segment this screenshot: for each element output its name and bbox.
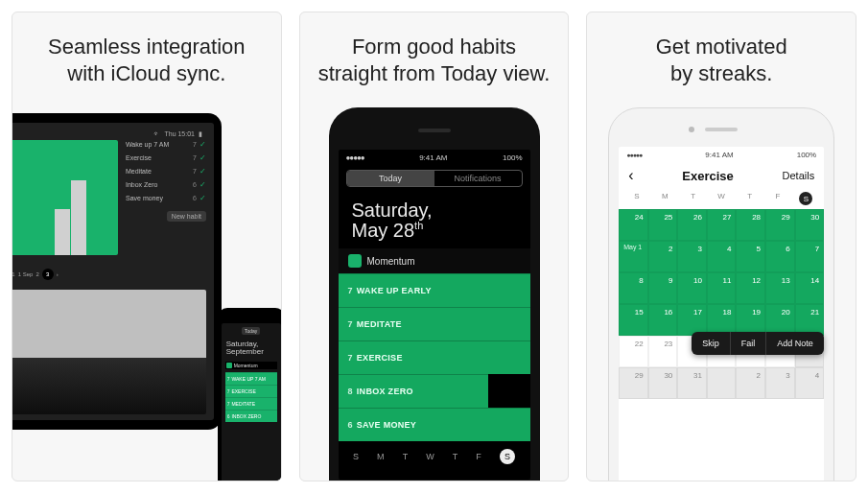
back-button[interactable]: ‹ <box>628 167 633 184</box>
habit-widget-item[interactable]: 7MEDITATE <box>339 307 530 340</box>
battery-label: 100% <box>503 153 522 162</box>
check-icon: ✓ <box>199 194 206 202</box>
calendar-cell[interactable]: 13 <box>765 272 795 304</box>
calendar-cell[interactable]: 12 <box>736 272 765 304</box>
date-scrubber[interactable]: 31 1 Sep 2 3 › <box>12 265 206 284</box>
habit-widget-item[interactable]: 7EXERCISE <box>225 385 277 397</box>
calendar-cell[interactable]: 10 <box>677 272 707 304</box>
calendar-cell[interactable]: 25 <box>648 209 678 241</box>
calendar-cell[interactable]: 8 <box>619 272 648 304</box>
habit-row[interactable]: Save money6✓ <box>126 194 206 202</box>
habit-widget-item[interactable]: 6SAVE MONEY <box>339 408 530 441</box>
check-icon: ✓ <box>199 167 206 176</box>
showcase-card-today: Form good habits straight from Today vie… <box>299 12 570 481</box>
headline-line2: by streaks. <box>670 61 772 85</box>
habit-widget-item[interactable]: 8INBOX ZERO <box>339 374 530 408</box>
calendar-cell[interactable]: 24 <box>619 209 648 241</box>
calendar-cell[interactable]: 30 <box>648 367 678 399</box>
headline: Seamless integration with iCloud sync. <box>12 12 281 102</box>
habit-widget-item[interactable]: 7EXERCISE <box>339 340 530 374</box>
battery-label: 100% <box>797 151 816 159</box>
calendar-cell[interactable]: 23 <box>648 336 678 367</box>
calendar-cell[interactable]: 4 <box>795 367 825 399</box>
signal-icon <box>626 151 642 159</box>
headline-line1: Get motivated <box>656 35 787 59</box>
signal-icon <box>346 153 364 162</box>
calendar-cell[interactable]: 3 <box>677 241 707 272</box>
iphone-device-white: 9:41 AM 100% ‹ Exercise Details SMTWTF S… <box>608 107 834 481</box>
tab-notifications[interactable]: Notifications <box>434 171 522 186</box>
calendar-cell[interactable]: 16 <box>648 304 678 336</box>
habit-widget-item[interactable]: 7WAKE UP EARLY <box>339 273 530 307</box>
calendar-cell[interactable]: 26 <box>677 209 707 241</box>
habit-widget-item[interactable]: 7MEDITATE <box>225 397 277 410</box>
calendar-cell[interactable]: 31 <box>677 367 707 399</box>
calendar-cell[interactable]: 30 <box>795 209 825 241</box>
calendar-cell[interactable]: 22 <box>619 336 648 367</box>
chevron-right-icon[interactable]: › <box>57 271 59 277</box>
segmented-control[interactable]: Today Notifications <box>346 170 523 187</box>
habit-list: Wake up 7 AM7✓ Exercise7✓ Meditate7✓ Inb… <box>126 140 206 265</box>
streak-bar-chart <box>12 140 118 255</box>
calendar-cell[interactable]: 29 <box>765 209 795 241</box>
calendar-cell[interactable]: 4 <box>707 241 737 272</box>
calendar-cell[interactable]: 28 <box>736 209 765 241</box>
weekday-header: SMTWTF S <box>619 188 824 209</box>
nav-bar: ‹ Exercise Details <box>619 163 824 188</box>
habit-widget-item[interactable]: 7WAKE UP 7 AM <box>225 372 277 385</box>
habit-widget-item[interactable]: 6INBOX ZERO <box>225 410 277 422</box>
habit-row[interactable]: Exercise7✓ <box>126 153 206 162</box>
calendar-cell[interactable]: 7 <box>795 241 825 272</box>
headline-line2: straight from Today view. <box>318 61 551 85</box>
headline: Get motivated by streaks. <box>587 12 856 102</box>
background-photo <box>12 290 206 414</box>
battery-icon: ▮ <box>199 130 202 138</box>
status-time: Thu 15:01 <box>164 130 195 138</box>
new-habit-button[interactable]: New habit <box>167 211 206 222</box>
headline: Form good habits straight from Today vie… <box>300 12 569 102</box>
calendar-cell[interactable]: 27 <box>707 209 737 241</box>
headline-line1: Seamless integration <box>48 35 245 59</box>
calendar-cell[interactable] <box>707 367 737 399</box>
current-weekday: S <box>799 192 812 205</box>
app-icon <box>348 254 362 268</box>
today-tab[interactable]: Today <box>242 327 260 335</box>
widget-date: Saturday,September <box>225 338 277 359</box>
page-title: Exercise <box>682 169 734 183</box>
calendar-cell[interactable]: 5 <box>736 241 765 272</box>
skip-button[interactable]: Skip <box>692 332 730 355</box>
calendar-cell[interactable]: 11 <box>707 272 737 304</box>
calendar-cell[interactable]: 3 <box>765 367 795 399</box>
iphone-device-small: Today Saturday,September Momentum 7WAKE … <box>218 308 282 481</box>
add-note-button[interactable]: Add Note <box>765 332 824 355</box>
calendar-cell[interactable]: 6 <box>765 241 795 272</box>
calendar[interactable]: May 1 24252627282930 234567 891011121314… <box>619 209 824 481</box>
details-button[interactable]: Details <box>783 170 815 181</box>
widget-date: Saturday, May 28th <box>339 191 530 248</box>
current-day-marker: S <box>500 449 515 464</box>
calendar-cell[interactable]: 15 <box>619 304 648 336</box>
calendar-cell[interactable]: 29 <box>619 367 648 399</box>
widget-app-header: Momentum <box>339 248 530 273</box>
check-icon: ✓ <box>199 140 206 149</box>
selected-date: 3 <box>42 269 54 280</box>
tab-today[interactable]: Today <box>347 171 434 186</box>
wifi-icon: ᯤ <box>153 130 160 138</box>
check-icon: ✓ <box>199 153 206 162</box>
status-time: 9:41 AM <box>419 153 447 162</box>
day-action-popover: Skip Fail Add Note <box>692 332 824 355</box>
ipad-device: ᯤ Thu 15:01 ▮ Wake up 7 AM7✓ Exercise7✓ … <box>12 113 222 430</box>
fail-button[interactable]: Fail <box>730 332 766 355</box>
week-footer: SMTWTF S <box>339 441 530 468</box>
calendar-cell[interactable]: 2 <box>648 241 678 272</box>
habit-row[interactable]: Wake up 7 AM7✓ <box>126 140 206 149</box>
headline-line1: Form good habits <box>352 35 516 59</box>
status-bar: 9:41 AM 100% <box>339 150 530 166</box>
app-icon <box>226 363 232 368</box>
calendar-cell[interactable]: 14 <box>795 272 825 304</box>
calendar-cell[interactable]: 9 <box>648 272 678 304</box>
habit-row[interactable]: Inbox Zero6✓ <box>126 180 206 189</box>
showcase-card-icloud: Seamless integration with iCloud sync. ᯤ… <box>12 12 282 481</box>
habit-row[interactable]: Meditate7✓ <box>126 167 206 176</box>
calendar-cell[interactable]: 2 <box>736 367 765 399</box>
